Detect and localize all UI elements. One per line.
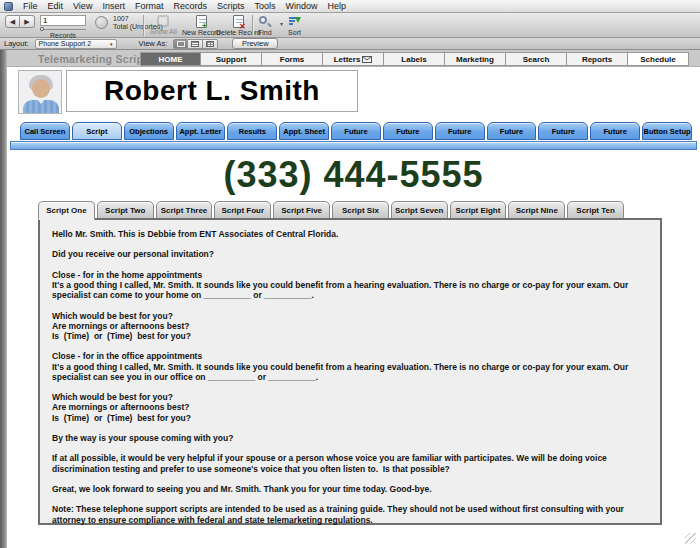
delete-record-icon: ✕	[233, 15, 244, 28]
layout-dropdown-value: Phone Support 2	[39, 40, 92, 47]
app-icon	[4, 2, 13, 11]
tab-search[interactable]: Search	[506, 52, 567, 66]
photo-face	[32, 79, 50, 98]
tab-script-seven[interactable]: Script Seven	[391, 201, 448, 219]
header-band: Telemarketing Script HOME Support Forms …	[7, 50, 700, 67]
chevron-down-icon: ▾	[110, 41, 113, 47]
toolbar-separator	[252, 15, 253, 36]
tab-script-nine[interactable]: Script Nine	[508, 201, 565, 219]
menu-file[interactable]: File	[23, 1, 38, 11]
tab-button-setup[interactable]: Button Setup	[642, 122, 692, 140]
view-as-label: View As:	[139, 39, 168, 48]
toolbar-separator	[143, 15, 144, 36]
current-record-field[interactable]	[40, 15, 86, 26]
menu-scripts[interactable]: Scripts	[217, 1, 245, 11]
script-tab-bar: Script One Script Two Script Three Scrip…	[38, 201, 624, 219]
tab-future-5[interactable]: Future	[538, 122, 588, 140]
list-view-button[interactable]	[188, 39, 203, 49]
tab-future-1[interactable]: Future	[331, 122, 381, 140]
layout-content: Telemarketing Script HOME Support Forms …	[7, 50, 700, 548]
section-tab-strip	[10, 141, 697, 150]
contact-photo	[18, 70, 62, 114]
page-title: Telemarketing Script	[38, 53, 147, 65]
form-view-button[interactable]	[173, 39, 188, 49]
contact-phone-field[interactable]: (333) 444-5555	[7, 154, 700, 196]
tab-letters-label: Letters	[334, 55, 361, 64]
layout-dropdown[interactable]: Phone Support 2 ▾	[35, 39, 117, 49]
window-left-edge	[0, 50, 7, 548]
tab-labels[interactable]: Labels	[384, 52, 445, 66]
tab-future-6[interactable]: Future	[590, 122, 640, 140]
record-slider[interactable]	[40, 28, 86, 31]
tab-forms[interactable]: Forms	[262, 52, 323, 66]
tab-script-two[interactable]: Script Two	[97, 201, 154, 219]
preview-button[interactable]: Preview	[232, 38, 278, 49]
tab-script-six[interactable]: Script Six	[332, 201, 389, 219]
form-view-icon	[177, 41, 185, 47]
tab-marketing[interactable]: Marketing	[445, 52, 506, 66]
contact-name-field[interactable]: Robert L. Smith	[66, 70, 358, 112]
tab-support[interactable]: Support	[201, 52, 262, 66]
table-view-button[interactable]	[203, 39, 218, 49]
layout-label: Layout:	[4, 39, 29, 48]
previous-record-button[interactable]: ◀	[5, 15, 20, 28]
menu-window[interactable]: Window	[285, 1, 317, 11]
layout-bar: Layout: Phone Support 2 ▾ View As: Previ…	[0, 38, 700, 50]
header-tab-bar: HOME Support Forms Letters Labels Market…	[140, 52, 689, 66]
tab-objections[interactable]: Objections	[124, 122, 174, 140]
find-menu-arrow[interactable]: ▾	[280, 20, 283, 27]
tab-script-one[interactable]: Script One	[38, 201, 95, 220]
resize-grip[interactable]	[685, 533, 696, 544]
tab-script-eight[interactable]: Script Eight	[450, 201, 507, 219]
find-icon	[258, 15, 271, 28]
section-tab-bar: Call Screen Script Objections Appt. Lett…	[20, 122, 692, 140]
view-as-segmented-control	[173, 39, 218, 49]
menu-edit[interactable]: Edit	[48, 1, 64, 11]
next-record-button[interactable]: ▶	[20, 15, 35, 28]
sort-button[interactable]: Sort	[288, 15, 301, 36]
tab-appt-letter[interactable]: Appt. Letter	[176, 122, 226, 140]
tab-letters[interactable]: Letters	[323, 52, 384, 66]
tab-appt-sheet[interactable]: Appt. Sheet	[279, 122, 329, 140]
menu-help[interactable]: Help	[327, 1, 346, 11]
menu-records[interactable]: Records	[173, 1, 207, 11]
tab-schedule[interactable]: Schedule	[628, 52, 689, 66]
list-view-icon	[191, 41, 199, 47]
menu-format[interactable]: Format	[135, 1, 164, 11]
show-all-icon	[157, 15, 169, 27]
tab-script-four[interactable]: Script Four	[214, 201, 271, 219]
tab-script-five[interactable]: Script Five	[273, 201, 330, 219]
delete-record-button[interactable]: ✕ Delete Record	[216, 15, 261, 36]
menu-insert[interactable]: Insert	[102, 1, 125, 11]
new-record-icon: +	[196, 15, 207, 28]
script-text-field[interactable]: Hello Mr. Smith. This is Debbie from ENT…	[38, 218, 662, 525]
show-all-button: Show All	[150, 15, 177, 35]
table-view-icon	[206, 41, 214, 47]
total-count: 1007	[113, 15, 129, 22]
tab-script[interactable]: Script	[72, 122, 122, 140]
tab-script-three[interactable]: Script Three	[156, 201, 213, 219]
found-set-pie-icon[interactable]	[95, 16, 108, 29]
envelope-icon	[362, 56, 372, 63]
menu-view[interactable]: View	[73, 1, 92, 11]
menu-tools[interactable]: Tools	[254, 1, 275, 11]
tab-home[interactable]: HOME	[140, 52, 201, 66]
tab-script-ten[interactable]: Script Ten	[567, 201, 624, 219]
record-slider-knob[interactable]	[40, 27, 44, 31]
tab-future-4[interactable]: Future	[487, 122, 537, 140]
menu-bar: File Edit View Insert Format Records Scr…	[0, 0, 700, 13]
record-slider-track	[40, 29, 86, 30]
tab-call-screen[interactable]: Call Screen	[20, 122, 70, 140]
sort-icon	[288, 15, 301, 28]
status-toolbar: ◀ ▶ Records 1007 Total (Unsorted) Show A…	[0, 13, 700, 38]
find-button[interactable]: Find	[258, 15, 272, 36]
new-record-button[interactable]: + New Record	[182, 15, 221, 36]
tab-results[interactable]: Results	[227, 122, 277, 140]
tab-future-3[interactable]: Future	[435, 122, 485, 140]
tab-reports[interactable]: Reports	[567, 52, 628, 66]
tab-future-2[interactable]: Future	[383, 122, 433, 140]
